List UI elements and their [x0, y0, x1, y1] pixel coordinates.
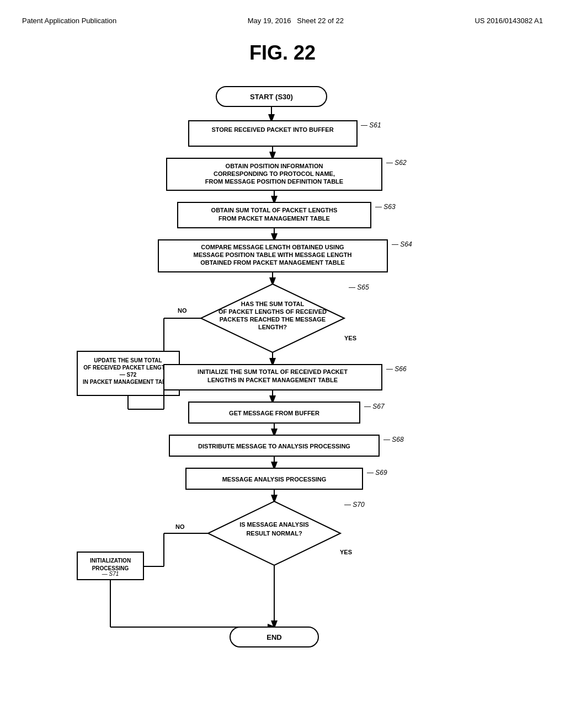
svg-text:END: END [266, 633, 281, 641]
fig-title: FIG. 22 [22, 41, 543, 65]
svg-text:IN PACKET MANAGEMENT TABLE: IN PACKET MANAGEMENT TABLE [83, 379, 173, 385]
svg-text:— S72: — S72 [120, 372, 137, 378]
svg-text:LENGTHS IN PACKET MANAGEMENT T: LENGTHS IN PACKET MANAGEMENT TABLE [207, 377, 338, 383]
svg-text:OF RECEIVED PACKET LENGTHS: OF RECEIVED PACKET LENGTHS [83, 365, 173, 371]
flowchart: START (S30) STORE RECEIVED PACKET INTO B… [67, 81, 498, 688]
svg-text:INITIALIZE THE SUM TOTAL OF RE: INITIALIZE THE SUM TOTAL OF RECEIVED PAC… [198, 368, 348, 375]
svg-text:— S69: — S69 [366, 469, 387, 477]
svg-text:— S61: — S61 [360, 121, 381, 129]
svg-text:RESULT NORMAL?: RESULT NORMAL? [246, 530, 302, 537]
svg-text:OBTAIN SUM TOTAL OF PACKET LEN: OBTAIN SUM TOTAL OF PACKET LENGTHS [211, 207, 338, 213]
header: Patent Application Publication May 19, 2… [22, 11, 543, 36]
header-right: US 2016/0143082 A1 [475, 17, 543, 25]
svg-text:FROM MESSAGE POSITION DEFINITI: FROM MESSAGE POSITION DEFINITION TABLE [205, 178, 343, 185]
svg-rect-3 [189, 121, 357, 146]
svg-text:OBTAIN POSITION INFORMATION: OBTAIN POSITION INFORMATION [226, 163, 323, 169]
svg-text:PACKETS REACHED THE MESSAGE: PACKETS REACHED THE MESSAGE [220, 316, 326, 323]
svg-text:COMPARE MESSAGE LENGTH OBTAINE: COMPARE MESSAGE LENGTH OBTAINED USING [201, 244, 344, 250]
svg-text:YES: YES [340, 549, 352, 555]
svg-text:— S65: — S65 [348, 283, 369, 291]
svg-text:DISTRIBUTE MESSAGE TO ANALYSIS: DISTRIBUTE MESSAGE TO ANALYSIS PROCESSIN… [198, 443, 350, 449]
svg-text:HAS THE SUM TOTAL: HAS THE SUM TOTAL [241, 301, 305, 307]
svg-text:— S67: — S67 [364, 403, 385, 410]
svg-text:NO: NO [175, 523, 185, 530]
page: Patent Application Publication May 19, 2… [0, 0, 565, 728]
svg-text:INITIALIZATION: INITIALIZATION [90, 558, 131, 564]
svg-text:— S63: — S63 [375, 203, 396, 211]
header-left: Patent Application Publication [22, 17, 116, 25]
svg-text:GET MESSAGE FROM BUFFER: GET MESSAGE FROM BUFFER [229, 410, 319, 416]
svg-text:OF PACKET LENGTHS OF RECEIVED: OF PACKET LENGTHS OF RECEIVED [218, 308, 327, 315]
svg-text:CORRESPONDING TO PROTOCOL NAME: CORRESPONDING TO PROTOCOL NAME, [214, 170, 335, 177]
svg-text:— S64: — S64 [391, 240, 412, 248]
svg-text:FROM PACKET MANAGEMENT TABLE: FROM PACKET MANAGEMENT TABLE [218, 215, 330, 222]
svg-text:YES: YES [344, 335, 356, 341]
svg-text:— S71: — S71 [102, 571, 119, 577]
svg-text:NO: NO [178, 307, 187, 314]
svg-text:OBTAINED FROM PACKET MANAGEMEN: OBTAINED FROM PACKET MANAGEMENT TABLE [200, 259, 345, 266]
svg-text:— S68: — S68 [383, 436, 404, 443]
svg-text:UPDATE THE SUM TOTAL: UPDATE THE SUM TOTAL [94, 357, 162, 363]
svg-text:— S66: — S66 [386, 365, 407, 373]
svg-text:START (S30): START (S30) [250, 93, 293, 101]
svg-text:LENGTH?: LENGTH? [258, 324, 287, 330]
svg-text:MESSAGE ANALYSIS PROCESSING: MESSAGE ANALYSIS PROCESSING [222, 476, 327, 483]
svg-text:— S62: — S62 [386, 159, 407, 167]
svg-text:STORE RECEIVED PACKET INTO BUF: STORE RECEIVED PACKET INTO BUFFER [211, 126, 333, 133]
header-middle: May 19, 2016 Sheet 22 of 22 [248, 17, 344, 25]
svg-text:IS MESSAGE ANALYSIS: IS MESSAGE ANALYSIS [239, 521, 309, 528]
svg-text:— S70: — S70 [344, 501, 365, 508]
svg-text:MESSAGE POSITION TABLE WITH ME: MESSAGE POSITION TABLE WITH MESSAGE LENG… [193, 251, 351, 258]
